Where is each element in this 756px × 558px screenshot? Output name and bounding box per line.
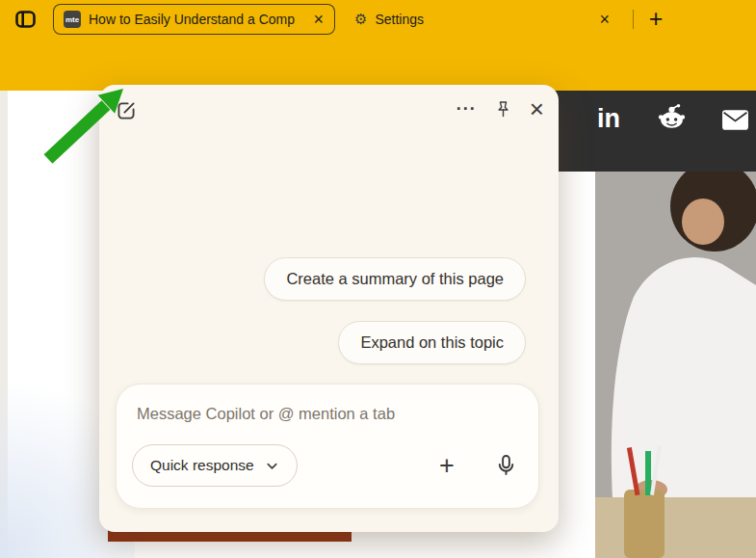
envelope-icon bbox=[721, 109, 749, 131]
reddit-icon[interactable] bbox=[656, 101, 688, 137]
photo-person-at-desk bbox=[595, 172, 756, 558]
panel-actions: ··· × bbox=[456, 96, 544, 121]
response-mode-dropdown[interactable]: Quick response bbox=[132, 444, 298, 487]
close-icon[interactable]: × bbox=[530, 97, 544, 120]
mte-favicon: mte bbox=[64, 11, 81, 28]
title-bar: mte How to Easily Understand a Comp × ⚙ … bbox=[0, 0, 756, 39]
tab-article[interactable]: mte How to Easily Understand a Comp × bbox=[53, 4, 335, 35]
microphone-icon bbox=[493, 452, 519, 478]
tab-title: How to Easily Understand a Comp bbox=[89, 12, 302, 27]
workspaces-icon[interactable] bbox=[13, 8, 38, 31]
tab-separator bbox=[633, 10, 634, 29]
window-icon bbox=[13, 8, 38, 31]
response-mode-label: Quick response bbox=[150, 457, 254, 474]
more-options-icon[interactable]: ··· bbox=[456, 96, 477, 121]
copilot-panel: ··· × Create a summary of this page Expa… bbox=[99, 85, 559, 532]
email-icon[interactable] bbox=[721, 109, 749, 135]
reddit-snoo-icon bbox=[656, 101, 688, 133]
add-attachment-button[interactable]: + bbox=[432, 451, 461, 480]
compose-icon bbox=[114, 98, 139, 123]
copilot-input-card: Quick response + bbox=[116, 384, 539, 509]
chevron-down-icon bbox=[265, 459, 279, 473]
tab-settings[interactable]: ⚙ Settings × bbox=[343, 4, 620, 35]
browser-window: mte How to Easily Understand a Comp × ⚙ … bbox=[0, 0, 756, 558]
gear-icon: ⚙ bbox=[354, 11, 367, 28]
new-tab-button[interactable]: + bbox=[641, 3, 670, 34]
message-input[interactable] bbox=[137, 401, 512, 426]
tab-close-icon[interactable]: × bbox=[302, 11, 334, 28]
linkedin-icon[interactable]: in bbox=[597, 104, 620, 134]
tab-close-icon[interactable]: × bbox=[588, 11, 620, 28]
pushpin-icon bbox=[493, 99, 513, 120]
article-hero-photo bbox=[595, 172, 756, 558]
microphone-button[interactable] bbox=[493, 452, 519, 478]
new-chat-button[interactable] bbox=[114, 98, 139, 123]
pin-icon[interactable] bbox=[493, 99, 513, 120]
suggestion-expand-chip[interactable]: Expand on this topic bbox=[338, 321, 526, 364]
suggestion-summary-chip[interactable]: Create a summary of this page bbox=[264, 257, 526, 301]
browser-toolbar bbox=[0, 39, 756, 91]
tab-title: Settings bbox=[375, 12, 588, 27]
